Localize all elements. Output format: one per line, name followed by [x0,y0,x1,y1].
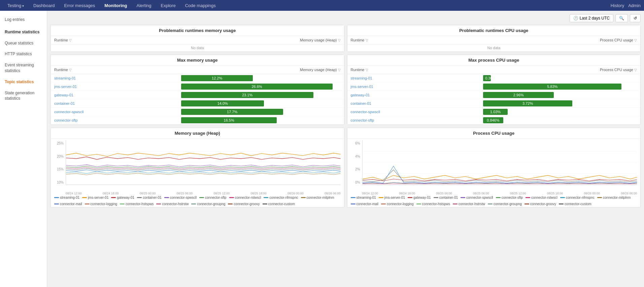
legend-label: connector-mail [357,202,379,206]
table-row: connector-sftp 0.846% [347,116,641,125]
sidebar-state-generation-statistics[interactable]: State generation statistics [0,88,47,104]
zoom-icon: 🔍 [619,16,624,21]
runtime-link[interactable]: gateway-01 [347,91,480,99]
legend-color [434,197,438,198]
bar-cell: 2.96% [480,91,640,99]
runtime-link[interactable]: jms-server-01 [347,83,480,91]
filter-icon-7[interactable]: ▽ [366,68,368,72]
legend-color [156,203,161,204]
memory-y-axis: 25% 20% 15% 10% [54,141,64,184]
legend-item: connector-logging [381,202,414,206]
nav-alerting[interactable]: Alerting [133,1,156,10]
sidebar-runtime-statistics[interactable]: Runtime statistics [0,27,47,38]
legend-label: connector-custom [565,202,591,206]
legend-color [379,197,383,198]
sidebar: Log entries Runtime statistics Queue sta… [0,11,47,287]
legend-item: container-01 [137,196,162,199]
filter-icon[interactable]: ▽ [69,38,72,42]
legend-label: connector-nfmspnc [269,196,298,199]
legend-item: connector-mitplnm [301,196,334,199]
time-range-label: Last 2 days UTC [580,16,610,21]
legend-item: connector-nfmspnc [560,196,595,199]
legend-color [301,197,306,198]
nav-dashboard[interactable]: Dashboard [29,1,59,10]
table-row: connector-spwscll 17.7% [51,108,344,116]
panel-max-cpu: Max process CPU usage Runtime ▽ Process … [347,55,641,125]
runtime-link[interactable]: connector-sftp [347,116,480,125]
nav-explore[interactable]: Explore [157,1,180,10]
legend-label: connector-mail [60,202,82,206]
sidebar-event-streaming-statistics[interactable]: Event streaming statistics [0,60,47,76]
layout: Log entries Runtime statistics Queue sta… [0,11,644,287]
time-range-button[interactable]: 🕐 Last 2 days UTC [570,14,613,22]
panel-problematic-memory: Problematic runtimes memory usage Runtim… [50,25,344,52]
legend-item: connector-sftp [496,196,523,199]
filter-icon-5[interactable]: ▽ [69,68,72,72]
legend-color [199,197,204,198]
bar: 23.1% [181,92,313,98]
legend-color [453,203,457,204]
runtime-link[interactable]: jms-server-01 [51,83,178,91]
runtime-link[interactable]: streaming-01 [347,74,480,83]
legend-label: connector-groovy [530,202,556,206]
nav-admin[interactable]: Admin [628,3,641,8]
legend-color [54,203,59,204]
legend-label: connector-sftp [205,196,226,199]
sidebar-log-entries[interactable]: Log entries [0,14,47,25]
runtime-link[interactable]: streaming-01 [51,74,178,83]
nav-testing[interactable]: Testing [3,1,28,10]
sidebar-http-statistics[interactable]: HTTP statistics [0,49,47,60]
nav-monitoring[interactable]: Monitoring [100,1,131,10]
legend-item: connector-groupng [191,202,225,206]
no-data-label-cpu: No data [347,44,641,52]
runtime-link[interactable]: gateway-01 [51,91,178,99]
main-content: 🕐 Last 2 days UTC 🔍 ↺ Problematic runtim… [47,11,644,287]
nav-error-messages[interactable]: Error messages [60,1,99,10]
runtime-link[interactable]: connector-spwscll [347,108,480,116]
legend-item: connector-nfmspnc [264,196,298,199]
legend-color [111,197,116,198]
legend-label: connector-mitplnm [307,196,334,199]
legend-color [560,197,565,198]
sidebar-topic-statistics[interactable]: Topic statistics [0,76,47,88]
legend-label: connector-logging [91,202,117,206]
legend-label: connector-rstwscl [235,196,261,199]
filter-icon-6[interactable]: ▽ [338,68,341,72]
filter-icon-4[interactable]: ▽ [634,38,637,42]
legend-item: connector-spwscll [164,196,197,199]
sidebar-queue-statistics[interactable]: Queue statistics [0,38,47,49]
runtime-link[interactable]: container-01 [51,99,178,108]
legend-label: streaming-01 [357,196,376,199]
filter-icon-2[interactable]: ▽ [338,38,341,42]
legend-color [164,197,169,198]
bar: 0.846% [483,117,503,123]
legend-label: connector-hstspws [422,202,450,206]
cpu-legend: streaming-01jms-server-01gateway-01conta… [347,195,641,207]
legend-item: connector-mail [54,202,82,206]
runtime-link[interactable]: connector-sftp [51,116,178,125]
runtime-link[interactable]: connector-spwscll [51,108,178,116]
nav-code-mappings[interactable]: Code mappings [181,1,220,10]
panel-cpu-chart: Process CPU usage 6% 4% 2% 0% [347,128,641,208]
filter-icon-3[interactable]: ▽ [366,38,368,42]
legend-color [85,203,90,204]
legend-item: streaming-01 [351,196,376,199]
runtime-link[interactable]: container-01 [347,99,480,108]
legend-label: connector-hstspws [126,202,154,206]
bar: 5.83% [483,84,621,90]
refresh-button[interactable]: ↺ [630,14,641,22]
table-row: connector-spwscll 1.03% [347,108,641,116]
col-heap-max-header: Memory usage (Heap) ▽ [178,66,344,74]
legend-color [120,203,125,204]
legend-color [524,203,529,204]
legend-item: connector-custom [263,202,295,206]
zoom-button[interactable]: 🔍 [615,14,628,22]
legend-color [263,203,267,204]
legend-label: container-01 [439,196,458,199]
bar-cell: 26.6% [178,83,344,91]
filter-icon-8[interactable]: ▽ [634,68,637,72]
legend-item: jms-server-01 [82,196,108,199]
nav-history[interactable]: History [611,3,624,8]
bar: 0.305% [483,75,491,81]
bar: 3.72% [483,100,572,106]
